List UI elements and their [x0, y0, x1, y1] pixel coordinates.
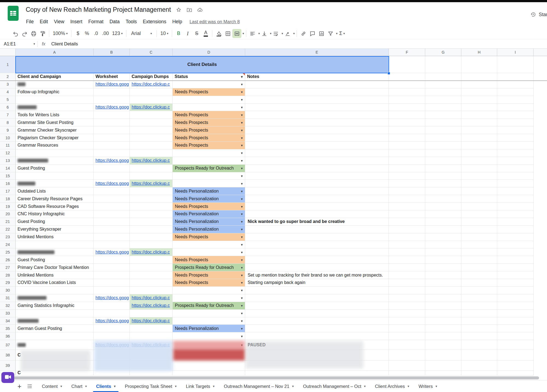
- cell-A5[interactable]: [16, 96, 94, 104]
- cell-A30[interactable]: [16, 287, 94, 294]
- add-sheet-button[interactable]: +: [14, 381, 25, 392]
- cell-E38[interactable]: [245, 350, 389, 361]
- cell-A32[interactable]: Gaming Statistics Infographic: [16, 302, 94, 310]
- row-header-5[interactable]: 5: [0, 96, 16, 104]
- cell-G39[interactable]: [425, 361, 461, 371]
- dropdown-arrow-icon[interactable]: ▾: [241, 90, 243, 94]
- cell-B32[interactable]: [94, 302, 130, 310]
- cell-A24[interactable]: [16, 241, 94, 249]
- column-header-F[interactable]: F: [389, 49, 425, 56]
- cell-G34[interactable]: [425, 317, 461, 325]
- cell-F7[interactable]: [389, 111, 425, 119]
- bold-button[interactable]: B: [174, 29, 183, 38]
- column-header-I[interactable]: I: [497, 49, 534, 56]
- cell-A23[interactable]: Unlinked Mentions: [16, 233, 94, 241]
- cell-A10[interactable]: Plagiarism Checker Skyscraper: [16, 134, 94, 142]
- column-header-A[interactable]: A: [16, 49, 94, 56]
- row-header-17[interactable]: 17: [0, 187, 16, 195]
- insert-link-icon[interactable]: [299, 29, 308, 38]
- cell-G18[interactable]: [425, 195, 461, 203]
- row-header-34[interactable]: 34: [0, 317, 16, 325]
- dropdown-arrow-icon[interactable]: ▾: [241, 265, 243, 269]
- menu-tools[interactable]: Tools: [123, 18, 140, 26]
- row-header-8[interactable]: 8: [0, 119, 16, 126]
- row-header-38[interactable]: 38: [0, 350, 16, 361]
- cell-I33[interactable]: [497, 310, 534, 317]
- worksheet-link[interactable]: https://docs.goog: [95, 250, 129, 255]
- cell-H14[interactable]: [461, 165, 497, 172]
- cell-D32[interactable]: Prospects Ready for Outreach▾: [173, 302, 245, 310]
- row-header-30[interactable]: 30: [0, 287, 16, 294]
- row-header-31[interactable]: 31: [0, 294, 16, 302]
- menu-file[interactable]: File: [23, 18, 37, 26]
- doc-title[interactable]: Copy of New Reach Marketing Project Mana…: [26, 6, 171, 13]
- cell-I26[interactable]: [497, 256, 534, 264]
- cell-D37[interactable]: ▾: [173, 340, 245, 350]
- cell-A28[interactable]: Unlinked Mentions: [16, 271, 94, 279]
- cell-E22[interactable]: [245, 226, 389, 233]
- cell-G4[interactable]: [425, 88, 461, 96]
- cell-I39[interactable]: [497, 361, 534, 371]
- row-header-10[interactable]: 10: [0, 134, 16, 142]
- cell-H17[interactable]: [461, 187, 497, 195]
- cell-E21[interactable]: Nick wanted to go super broad and be cre…: [245, 218, 389, 226]
- cell-E32[interactable]: [245, 302, 389, 310]
- font-size-select[interactable]: 10▾: [159, 29, 170, 38]
- cell-E7[interactable]: [245, 111, 389, 119]
- cell-A37[interactable]: [16, 340, 94, 350]
- cell-A38[interactable]: C: [16, 350, 94, 361]
- insert-chart-icon[interactable]: [317, 29, 326, 38]
- cell-B25[interactable]: https://docs.goog: [94, 248, 130, 256]
- cell-G7[interactable]: [425, 111, 461, 119]
- cell-C25[interactable]: https://doc.clickup.c: [130, 248, 173, 256]
- cell-G24[interactable]: [425, 241, 461, 249]
- cell-D[interactable]: [173, 371, 245, 376]
- dropdown-arrow-icon[interactable]: ▾: [241, 143, 243, 147]
- cell-I23[interactable]: [497, 233, 534, 241]
- cell-G35[interactable]: [425, 325, 461, 332]
- cell-G12[interactable]: [425, 149, 461, 157]
- cell-C26[interactable]: [130, 256, 173, 264]
- cell-B12[interactable]: [94, 149, 130, 157]
- cell-B36[interactable]: [94, 332, 130, 340]
- cell-I11[interactable]: [497, 142, 534, 149]
- last-edit-link[interactable]: Last edit was on March 8: [190, 19, 240, 24]
- cell-H2[interactable]: [461, 73, 497, 81]
- dropdown-arrow-icon[interactable]: ▾: [241, 136, 243, 140]
- cell-A7[interactable]: Tools for Writers Lists: [16, 111, 94, 119]
- cell-A18[interactable]: Career Diversity Resource Pages: [16, 195, 94, 203]
- cell-E9[interactable]: [245, 126, 389, 134]
- cell-H38[interactable]: [461, 350, 497, 361]
- cell-D6[interactable]: ▾: [173, 104, 245, 111]
- menu-view[interactable]: View: [51, 18, 67, 26]
- cell-F2[interactable]: [389, 73, 425, 81]
- font-select[interactable]: Arial▾: [128, 29, 155, 38]
- print-icon[interactable]: [29, 29, 38, 38]
- row-header-33[interactable]: 33: [0, 310, 16, 317]
- cell-I8[interactable]: [497, 119, 534, 126]
- cell-F19[interactable]: [389, 203, 425, 210]
- cell-I30[interactable]: [497, 287, 534, 294]
- cell-A34[interactable]: [16, 317, 94, 325]
- create-filter-icon[interactable]: [326, 29, 335, 38]
- cell-F16[interactable]: [389, 180, 425, 187]
- cell-F20[interactable]: [389, 210, 425, 218]
- cell-H29[interactable]: [461, 279, 497, 287]
- row-header-16[interactable]: 16: [0, 180, 16, 187]
- row-header-13[interactable]: 13: [0, 157, 16, 165]
- cell-G15[interactable]: [425, 172, 461, 180]
- cell-E17[interactable]: [245, 187, 389, 195]
- dropdown-arrow-icon[interactable]: ▾: [241, 311, 243, 315]
- cell-F9[interactable]: [389, 126, 425, 134]
- row-header-18[interactable]: 18: [0, 195, 16, 203]
- percent-format-button[interactable]: %: [82, 29, 91, 38]
- cell-G38[interactable]: [425, 350, 461, 361]
- horizontal-align-icon[interactable]: [248, 29, 257, 38]
- cell-F35[interactable]: [389, 325, 425, 332]
- cell-B17[interactable]: [94, 187, 130, 195]
- campaign-dump-link[interactable]: https://doc.clickup.c: [132, 82, 170, 87]
- cell-B26[interactable]: [94, 256, 130, 264]
- cell-C32[interactable]: https://doc.clickup.c: [130, 302, 173, 310]
- cell-F38[interactable]: [389, 350, 425, 361]
- row-header-15[interactable]: 15: [0, 172, 16, 180]
